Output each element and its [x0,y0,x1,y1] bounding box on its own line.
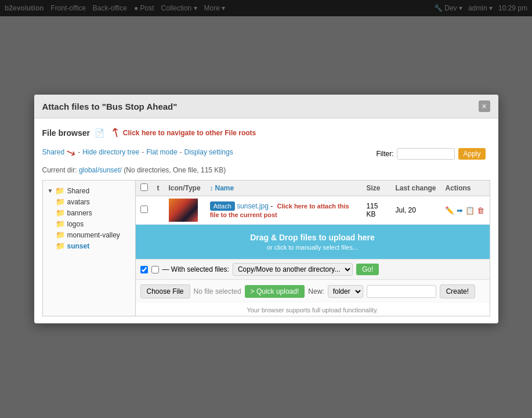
modal-backdrop: Attach files to "Bus Stop Ahead" × File … [0,0,532,16]
